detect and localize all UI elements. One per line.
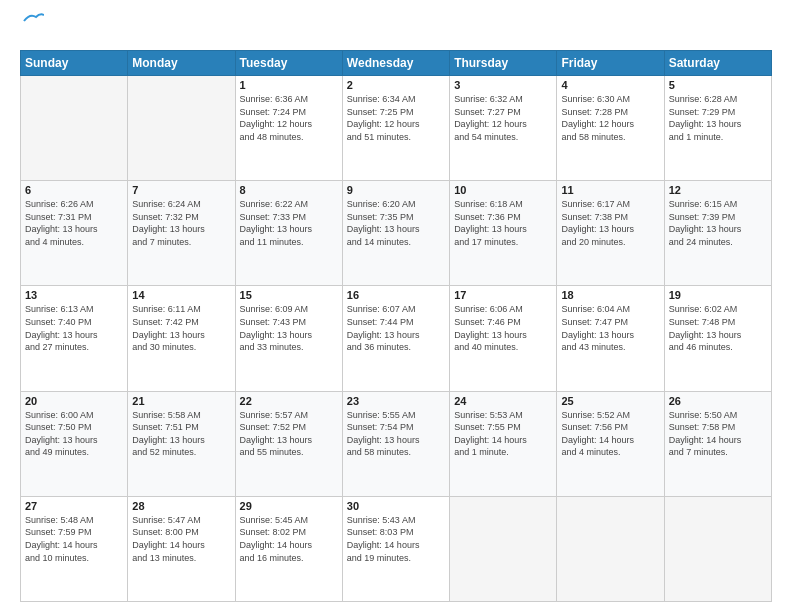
- day-info: Sunrise: 6:15 AM Sunset: 7:39 PM Dayligh…: [669, 198, 767, 248]
- calendar-cell: 6Sunrise: 6:26 AM Sunset: 7:31 PM Daylig…: [21, 181, 128, 286]
- calendar-cell: 2Sunrise: 6:34 AM Sunset: 7:25 PM Daylig…: [342, 76, 449, 181]
- calendar-cell: 3Sunrise: 6:32 AM Sunset: 7:27 PM Daylig…: [450, 76, 557, 181]
- day-info: Sunrise: 6:36 AM Sunset: 7:24 PM Dayligh…: [240, 93, 338, 143]
- calendar-cell: 11Sunrise: 6:17 AM Sunset: 7:38 PM Dayli…: [557, 181, 664, 286]
- calendar-cell: 28Sunrise: 5:47 AM Sunset: 8:00 PM Dayli…: [128, 496, 235, 601]
- day-number: 15: [240, 289, 338, 301]
- calendar-cell: 27Sunrise: 5:48 AM Sunset: 7:59 PM Dayli…: [21, 496, 128, 601]
- logo: [20, 18, 44, 40]
- day-number: 7: [132, 184, 230, 196]
- calendar-cell: 15Sunrise: 6:09 AM Sunset: 7:43 PM Dayli…: [235, 286, 342, 391]
- day-info: Sunrise: 6:20 AM Sunset: 7:35 PM Dayligh…: [347, 198, 445, 248]
- day-number: 12: [669, 184, 767, 196]
- day-info: Sunrise: 6:02 AM Sunset: 7:48 PM Dayligh…: [669, 303, 767, 353]
- day-number: 22: [240, 395, 338, 407]
- calendar-cell: [21, 76, 128, 181]
- day-number: 26: [669, 395, 767, 407]
- day-info: Sunrise: 5:55 AM Sunset: 7:54 PM Dayligh…: [347, 409, 445, 459]
- day-info: Sunrise: 5:43 AM Sunset: 8:03 PM Dayligh…: [347, 514, 445, 564]
- day-number: 19: [669, 289, 767, 301]
- calendar-header-saturday: Saturday: [664, 51, 771, 76]
- day-number: 13: [25, 289, 123, 301]
- day-info: Sunrise: 6:06 AM Sunset: 7:46 PM Dayligh…: [454, 303, 552, 353]
- calendar-cell: 7Sunrise: 6:24 AM Sunset: 7:32 PM Daylig…: [128, 181, 235, 286]
- calendar-cell: 22Sunrise: 5:57 AM Sunset: 7:52 PM Dayli…: [235, 391, 342, 496]
- day-info: Sunrise: 5:45 AM Sunset: 8:02 PM Dayligh…: [240, 514, 338, 564]
- calendar-cell: [450, 496, 557, 601]
- calendar-cell: 23Sunrise: 5:55 AM Sunset: 7:54 PM Dayli…: [342, 391, 449, 496]
- day-info: Sunrise: 6:32 AM Sunset: 7:27 PM Dayligh…: [454, 93, 552, 143]
- calendar-week-2: 6Sunrise: 6:26 AM Sunset: 7:31 PM Daylig…: [21, 181, 772, 286]
- day-info: Sunrise: 6:34 AM Sunset: 7:25 PM Dayligh…: [347, 93, 445, 143]
- day-info: Sunrise: 6:07 AM Sunset: 7:44 PM Dayligh…: [347, 303, 445, 353]
- day-info: Sunrise: 6:24 AM Sunset: 7:32 PM Dayligh…: [132, 198, 230, 248]
- day-number: 18: [561, 289, 659, 301]
- calendar-cell: 26Sunrise: 5:50 AM Sunset: 7:58 PM Dayli…: [664, 391, 771, 496]
- day-info: Sunrise: 6:00 AM Sunset: 7:50 PM Dayligh…: [25, 409, 123, 459]
- day-info: Sunrise: 5:50 AM Sunset: 7:58 PM Dayligh…: [669, 409, 767, 459]
- calendar-week-4: 20Sunrise: 6:00 AM Sunset: 7:50 PM Dayli…: [21, 391, 772, 496]
- calendar-header-wednesday: Wednesday: [342, 51, 449, 76]
- day-info: Sunrise: 5:58 AM Sunset: 7:51 PM Dayligh…: [132, 409, 230, 459]
- calendar-cell: 9Sunrise: 6:20 AM Sunset: 7:35 PM Daylig…: [342, 181, 449, 286]
- day-number: 23: [347, 395, 445, 407]
- calendar-cell: 30Sunrise: 5:43 AM Sunset: 8:03 PM Dayli…: [342, 496, 449, 601]
- calendar-cell: 16Sunrise: 6:07 AM Sunset: 7:44 PM Dayli…: [342, 286, 449, 391]
- calendar-week-5: 27Sunrise: 5:48 AM Sunset: 7:59 PM Dayli…: [21, 496, 772, 601]
- day-number: 10: [454, 184, 552, 196]
- day-info: Sunrise: 5:47 AM Sunset: 8:00 PM Dayligh…: [132, 514, 230, 564]
- calendar-week-1: 1Sunrise: 6:36 AM Sunset: 7:24 PM Daylig…: [21, 76, 772, 181]
- calendar-week-3: 13Sunrise: 6:13 AM Sunset: 7:40 PM Dayli…: [21, 286, 772, 391]
- calendar-cell: 12Sunrise: 6:15 AM Sunset: 7:39 PM Dayli…: [664, 181, 771, 286]
- calendar-cell: 5Sunrise: 6:28 AM Sunset: 7:29 PM Daylig…: [664, 76, 771, 181]
- day-info: Sunrise: 5:52 AM Sunset: 7:56 PM Dayligh…: [561, 409, 659, 459]
- calendar-header-tuesday: Tuesday: [235, 51, 342, 76]
- day-number: 2: [347, 79, 445, 91]
- calendar-header-thursday: Thursday: [450, 51, 557, 76]
- calendar-cell: [664, 496, 771, 601]
- calendar-cell: 4Sunrise: 6:30 AM Sunset: 7:28 PM Daylig…: [557, 76, 664, 181]
- day-number: 8: [240, 184, 338, 196]
- day-number: 29: [240, 500, 338, 512]
- day-number: 21: [132, 395, 230, 407]
- calendar-header-monday: Monday: [128, 51, 235, 76]
- day-info: Sunrise: 6:17 AM Sunset: 7:38 PM Dayligh…: [561, 198, 659, 248]
- calendar-cell: 25Sunrise: 5:52 AM Sunset: 7:56 PM Dayli…: [557, 391, 664, 496]
- day-info: Sunrise: 6:28 AM Sunset: 7:29 PM Dayligh…: [669, 93, 767, 143]
- day-number: 25: [561, 395, 659, 407]
- day-number: 5: [669, 79, 767, 91]
- calendar-cell: 24Sunrise: 5:53 AM Sunset: 7:55 PM Dayli…: [450, 391, 557, 496]
- calendar-cell: 21Sunrise: 5:58 AM Sunset: 7:51 PM Dayli…: [128, 391, 235, 496]
- day-info: Sunrise: 6:18 AM Sunset: 7:36 PM Dayligh…: [454, 198, 552, 248]
- calendar-cell: [128, 76, 235, 181]
- calendar-cell: 20Sunrise: 6:00 AM Sunset: 7:50 PM Dayli…: [21, 391, 128, 496]
- header: [20, 18, 772, 40]
- day-info: Sunrise: 6:11 AM Sunset: 7:42 PM Dayligh…: [132, 303, 230, 353]
- calendar-cell: [557, 496, 664, 601]
- calendar-cell: 8Sunrise: 6:22 AM Sunset: 7:33 PM Daylig…: [235, 181, 342, 286]
- day-info: Sunrise: 5:48 AM Sunset: 7:59 PM Dayligh…: [25, 514, 123, 564]
- calendar-header-sunday: Sunday: [21, 51, 128, 76]
- day-number: 16: [347, 289, 445, 301]
- day-number: 9: [347, 184, 445, 196]
- logo-bird-icon: [22, 11, 44, 29]
- calendar-cell: 1Sunrise: 6:36 AM Sunset: 7:24 PM Daylig…: [235, 76, 342, 181]
- day-number: 3: [454, 79, 552, 91]
- day-info: Sunrise: 6:04 AM Sunset: 7:47 PM Dayligh…: [561, 303, 659, 353]
- page: SundayMondayTuesdayWednesdayThursdayFrid…: [0, 0, 792, 612]
- day-number: 4: [561, 79, 659, 91]
- day-number: 28: [132, 500, 230, 512]
- day-number: 24: [454, 395, 552, 407]
- calendar-cell: 18Sunrise: 6:04 AM Sunset: 7:47 PM Dayli…: [557, 286, 664, 391]
- calendar-header-friday: Friday: [557, 51, 664, 76]
- calendar-cell: 10Sunrise: 6:18 AM Sunset: 7:36 PM Dayli…: [450, 181, 557, 286]
- calendar-cell: 14Sunrise: 6:11 AM Sunset: 7:42 PM Dayli…: [128, 286, 235, 391]
- day-info: Sunrise: 6:13 AM Sunset: 7:40 PM Dayligh…: [25, 303, 123, 353]
- day-number: 30: [347, 500, 445, 512]
- day-info: Sunrise: 6:09 AM Sunset: 7:43 PM Dayligh…: [240, 303, 338, 353]
- day-number: 11: [561, 184, 659, 196]
- day-number: 20: [25, 395, 123, 407]
- day-number: 1: [240, 79, 338, 91]
- calendar-cell: 17Sunrise: 6:06 AM Sunset: 7:46 PM Dayli…: [450, 286, 557, 391]
- day-info: Sunrise: 5:57 AM Sunset: 7:52 PM Dayligh…: [240, 409, 338, 459]
